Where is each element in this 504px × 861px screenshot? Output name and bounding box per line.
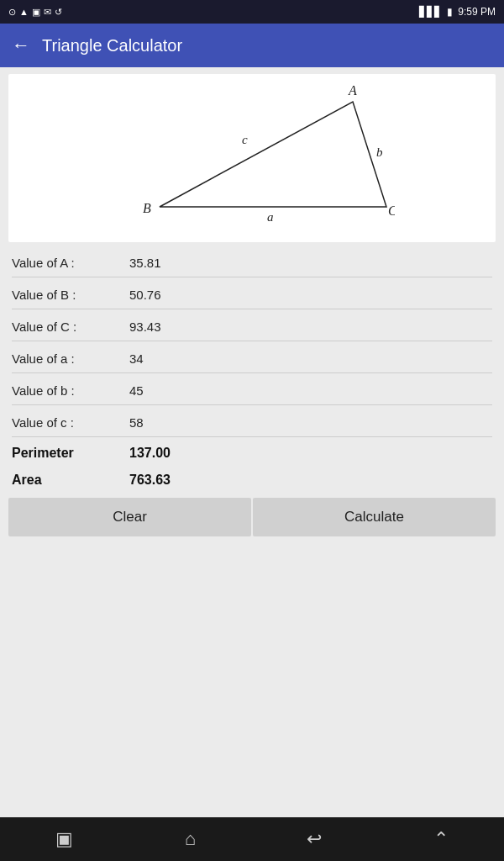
row-value-a: Value of a : 34 bbox=[12, 341, 492, 373]
perimeter-value: 137.00 bbox=[129, 446, 171, 461]
label-c: Value of c : bbox=[12, 415, 129, 430]
row-value-b: Value of b : 45 bbox=[12, 373, 492, 405]
value-C[interactable]: 93.43 bbox=[129, 320, 161, 334]
value-B[interactable]: 50.76 bbox=[129, 288, 161, 302]
clear-button[interactable]: Clear bbox=[8, 498, 251, 536]
nav-home-icon[interactable]: ⌂ bbox=[185, 828, 196, 850]
label-A: Value of A : bbox=[12, 256, 129, 270]
triangle-svg: A B C c b a bbox=[109, 77, 395, 240]
svg-text:a: a bbox=[267, 210, 274, 224]
row-value-c: Value of c : 58 bbox=[12, 405, 492, 437]
svg-text:b: b bbox=[376, 145, 383, 159]
nav-bar: ▣ ⌂ ↩ ⌃ bbox=[0, 817, 504, 861]
mail-icon: ✉ bbox=[44, 7, 51, 18]
signal-icon: ▋▋▋ bbox=[419, 6, 442, 18]
label-b: Value of b : bbox=[12, 383, 129, 398]
perimeter-label: Perimeter bbox=[12, 446, 129, 461]
value-c[interactable]: 58 bbox=[129, 415, 144, 430]
svg-text:C: C bbox=[388, 203, 395, 218]
battery-icon: ▮ bbox=[447, 6, 453, 18]
sync-icon: ↺ bbox=[55, 7, 62, 18]
label-B: Value of B : bbox=[12, 288, 129, 302]
nav-menu-icon[interactable]: ⌃ bbox=[433, 828, 449, 850]
form-area: Value of A : 35.81 Value of B : 50.76 Va… bbox=[0, 246, 504, 491]
svg-text:B: B bbox=[143, 201, 151, 215]
value-a[interactable]: 34 bbox=[129, 351, 144, 366]
page-title: Triangle Calculator bbox=[42, 36, 182, 55]
value-b[interactable]: 45 bbox=[129, 383, 144, 398]
svg-text:c: c bbox=[242, 133, 248, 146]
value-A[interactable]: 35.81 bbox=[129, 256, 161, 270]
back-button[interactable]: ← bbox=[12, 34, 30, 56]
svg-marker-0 bbox=[160, 102, 386, 207]
status-time: 9:59 PM bbox=[458, 6, 496, 18]
status-icons-left: ⊙ ▲ ▣ ✉ ↺ bbox=[8, 7, 62, 18]
row-area: Area 763.63 bbox=[12, 464, 492, 491]
app-bar: ← Triangle Calculator bbox=[0, 24, 504, 67]
status-info-right: ▋▋▋ ▮ 9:59 PM bbox=[419, 6, 496, 18]
nav-recents-icon[interactable]: ▣ bbox=[55, 828, 73, 850]
notification-icon: ⊙ bbox=[8, 7, 16, 18]
photo-icon: ▣ bbox=[32, 7, 40, 18]
button-row: Clear Calculate bbox=[8, 498, 496, 536]
calculate-button[interactable]: Calculate bbox=[253, 498, 496, 536]
triangle-diagram: A B C c b a bbox=[8, 74, 496, 242]
wifi-icon: ▲ bbox=[19, 7, 29, 17]
row-value-B: Value of B : 50.76 bbox=[12, 277, 492, 309]
nav-back-icon[interactable]: ↩ bbox=[307, 828, 322, 850]
main-content: A B C c b a Value of A : 35.81 Value of … bbox=[0, 67, 504, 817]
area-value: 763.63 bbox=[129, 473, 171, 488]
area-label: Area bbox=[12, 473, 129, 488]
label-a: Value of a : bbox=[12, 351, 129, 366]
row-perimeter: Perimeter 137.00 bbox=[12, 437, 492, 464]
label-C: Value of C : bbox=[12, 320, 129, 334]
status-bar: ⊙ ▲ ▣ ✉ ↺ ▋▋▋ ▮ 9:59 PM bbox=[0, 0, 504, 24]
svg-text:A: A bbox=[348, 83, 357, 98]
row-value-C: Value of C : 93.43 bbox=[12, 309, 492, 341]
row-value-A: Value of A : 35.81 bbox=[12, 246, 492, 277]
